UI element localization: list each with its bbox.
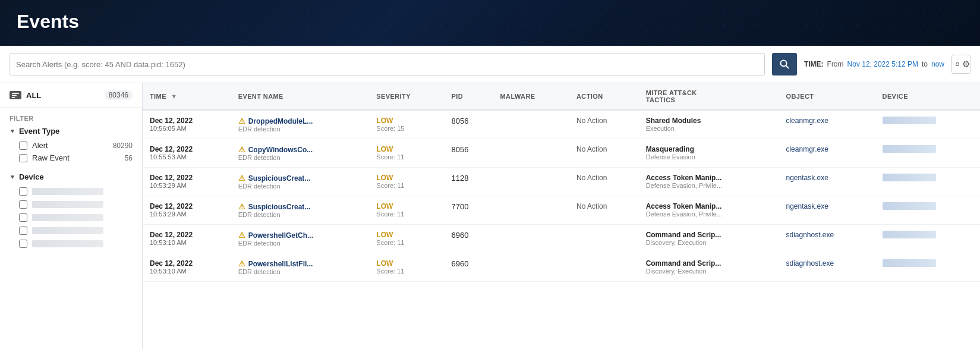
warning-icon: ⚠ [238,231,245,240]
cell-pid-5: 6960 [445,253,493,282]
gear-icon [953,59,962,69]
device-item-3[interactable] [19,211,133,224]
cell-time-2: Dec 12, 2022 10:53:29 AM [143,168,231,196]
cell-event-name-0[interactable]: ⚠ DroppedModuleL... EDR detection [231,110,370,139]
time-from-label: From [827,60,844,68]
device-items [10,185,133,250]
cell-object-0: cleanmgr.exe [779,110,875,139]
device-name-2 [32,201,103,208]
table-row[interactable]: Dec 12, 2022 10:53:29 AM ⚠ SuspiciousCre… [143,196,980,225]
event-type-header[interactable]: ▼ Event Type [10,127,133,136]
device-filter-header[interactable]: ▼ Device [10,172,133,181]
col-object: OBJECT [779,83,875,110]
events-table: TIME ▼ EVENT NAME SEVERITY PID MALWARE A… [143,83,980,282]
device-value-blur [883,117,936,124]
cell-event-name-5[interactable]: ⚠ PowershellListFil... EDR detection [231,253,370,282]
device-checkbox-5[interactable] [19,240,27,248]
cell-action-1: No Action [569,139,639,168]
col-mitre: MITRE ATT&CKTACTICS [639,83,779,110]
cell-time-1: Dec 12, 2022 10:55:53 AM [143,139,231,168]
warning-icon: ⚠ [238,174,245,183]
col-severity: SEVERITY [369,83,444,110]
cell-pid-0: 8056 [445,110,493,139]
search-button[interactable] [772,53,797,76]
cell-event-name-1[interactable]: ⚠ CopyWindowsCo... EDR detection [231,139,370,168]
raw-event-count: 56 [125,154,133,162]
cell-event-name-2[interactable]: ⚠ SuspiciousCreat... EDR detection [231,168,370,196]
cell-malware-5 [493,253,569,282]
device-checkbox-1[interactable] [19,187,27,196]
time-filter: TIME: From Nov 12, 2022 5:12 PM to now [804,60,944,68]
raw-event-checkbox[interactable] [19,154,27,162]
col-time[interactable]: TIME ▼ [143,83,231,110]
cell-malware-4 [493,225,569,253]
filter-title: FILTER [10,115,133,122]
alert-label: Alert [32,141,108,150]
cell-action-2: No Action [569,168,639,196]
cell-action-0: No Action [569,110,639,139]
cell-tactics-1: Masquerading Defense Evasion [639,139,779,168]
cell-tactics-4: Command and Scrip... Discovery, Executio… [639,225,779,253]
raw-event-label: Raw Event [32,153,120,162]
cell-pid-1: 8056 [445,139,493,168]
device-item-1[interactable] [19,185,133,198]
device-label: Device [19,172,44,181]
cell-tactics-5: Command and Scrip... Discovery, Executio… [639,253,779,282]
device-checkbox-4[interactable] [19,227,27,235]
cell-object-1: cleanmgr.exe [779,139,875,168]
cell-malware-0 [493,110,569,139]
cell-severity-2: LOW Score: 11 [369,168,444,196]
cell-device-1 [875,139,980,168]
cell-severity-3: LOW Score: 11 [369,196,444,225]
cell-event-name-3[interactable]: ⚠ SuspiciousCreat... EDR detection [231,196,370,225]
search-bar-row: TIME: From Nov 12, 2022 5:12 PM to now ⚙ [0,46,980,83]
device-value-blur [883,202,936,210]
alert-count: 80290 [113,142,133,150]
sidebar: ALL 80346 FILTER ▼ Event Type Alert 8029… [0,83,143,349]
device-checkbox-2[interactable] [19,200,27,209]
cell-pid-4: 6960 [445,225,493,253]
cell-action-3: No Action [569,196,639,225]
search-input[interactable] [16,60,758,69]
device-item-2[interactable] [19,198,133,211]
cell-malware-1 [493,139,569,168]
svg-rect-4 [12,97,15,98]
all-row[interactable]: ALL 80346 [0,83,142,108]
table-row[interactable]: Dec 12, 2022 10:53:29 AM ⚠ SuspiciousCre… [143,168,980,196]
alert-filter-item[interactable]: Alert 80290 [10,139,133,152]
page-title: Events [17,11,963,33]
table-row[interactable]: Dec 12, 2022 10:53:10 AM ⚠ PowershellGet… [143,225,980,253]
table-row[interactable]: Dec 12, 2022 10:56:05 AM ⚠ DroppedModule… [143,110,980,139]
event-type-label: Event Type [19,127,59,136]
device-item-5[interactable] [19,237,133,250]
col-device: DEVICE [875,83,980,110]
svg-rect-2 [12,93,19,94]
col-malware: MALWARE [493,83,569,110]
cell-severity-5: LOW Score: 11 [369,253,444,282]
cell-device-4 [875,225,980,253]
cell-severity-1: LOW Score: 11 [369,139,444,168]
cell-action-5 [569,253,639,282]
cell-tactics-2: Access Token Manip... Defense Evasion, P… [639,168,779,196]
alert-checkbox[interactable] [19,142,27,150]
col-action: ACTION [569,83,639,110]
all-label: ALL [26,91,100,100]
cell-tactics-3: Access Token Manip... Defense Evasion, P… [639,196,779,225]
chevron-down-icon: ▼ [10,128,15,134]
settings-button[interactable]: ⚙ [951,55,970,74]
warning-icon: ⚠ [238,145,245,154]
warning-icon: ⚠ [238,117,245,125]
cell-event-name-4[interactable]: ⚠ PowershellGetCh... EDR detection [231,225,370,253]
cell-time-4: Dec 12, 2022 10:53:10 AM [143,225,231,253]
device-item-4[interactable] [19,224,133,237]
table-row[interactable]: Dec 12, 2022 10:53:10 AM ⚠ PowershellLis… [143,253,980,282]
table-row[interactable]: Dec 12, 2022 10:55:53 AM ⚠ CopyWindowsCo… [143,139,980,168]
raw-event-filter-item[interactable]: Raw Event 56 [10,152,133,164]
filter-section: FILTER ▼ Event Type Alert 80290 Raw Even… [0,108,142,250]
search-input-wrapper[interactable] [10,53,765,76]
time-to-value[interactable]: now [931,60,944,68]
time-from-value[interactable]: Nov 12, 2022 5:12 PM [847,60,918,68]
device-checkbox-3[interactable] [19,213,27,222]
cell-time-0: Dec 12, 2022 10:56:05 AM [143,110,231,139]
device-name-4 [32,227,103,234]
